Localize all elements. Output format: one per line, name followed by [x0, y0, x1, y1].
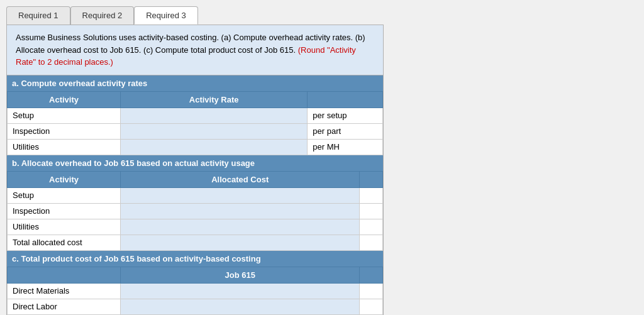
section-b-empty-3 [360, 219, 383, 235]
activity-rate-setup-input[interactable] [121, 108, 307, 123]
table-row: Utilities [8, 219, 383, 235]
section-c-empty-2 [360, 299, 383, 314]
table-row: Inspection per part [8, 123, 383, 139]
activity-rate-inspection-cell [121, 123, 308, 139]
activity-inspection-b: Inspection [8, 203, 121, 219]
section-a-col2: Activity Rate [121, 91, 308, 108]
section-a: a. Compute overhead activity rates Activ… [7, 75, 383, 155]
section-c-col3-empty [360, 267, 383, 283]
direct-materials-input[interactable] [121, 284, 359, 299]
instructions-box: Assume Business Solutions uses activity-… [7, 25, 383, 75]
section-b: b. Allocate overhead to Job 615 based on… [7, 155, 383, 251]
table-row: Direct Materials [8, 283, 383, 299]
total-allocated-label: Total allocated cost [8, 235, 121, 250]
section-c-table: Job 615 Direct Materials Direct Labor [7, 267, 383, 316]
activity-utilities-unit: per MH [308, 139, 383, 155]
section-b-table: Activity Allocated Cost Setup Inspection [7, 171, 383, 251]
section-b-col3-empty [360, 171, 383, 187]
section-a-col1: Activity [8, 91, 121, 108]
tab-required-1[interactable]: Required 1 [6, 6, 70, 25]
table-row: Setup [8, 187, 383, 203]
section-b-col1: Activity [8, 171, 121, 187]
activity-inspection-unit: per part [308, 123, 383, 139]
main-content: Assume Business Solutions uses activity-… [6, 25, 384, 315]
activity-inspection-a: Inspection [8, 123, 121, 139]
direct-materials-label: Direct Materials [8, 283, 121, 299]
activity-rate-utilities-input[interactable] [121, 140, 307, 155]
section-b-col2: Allocated Cost [121, 171, 360, 187]
allocated-cost-setup-cell [121, 187, 360, 203]
section-b-empty-1 [360, 187, 383, 203]
allocated-cost-inspection-input[interactable] [121, 204, 359, 219]
activity-utilities-a: Utilities [8, 139, 121, 155]
total-allocated-cost-input[interactable] [121, 235, 359, 250]
table-row: Direct Labor [8, 299, 383, 314]
section-c-col2: Job 615 [121, 267, 360, 283]
section-c-header: c. Total product cost of Job 615 based o… [7, 251, 383, 267]
direct-materials-cell [121, 283, 360, 299]
tab-required-3[interactable]: Required 3 [134, 6, 198, 25]
allocated-cost-utilities-cell [121, 219, 360, 235]
activity-setup-a: Setup [8, 108, 121, 123]
section-c-empty-1 [360, 283, 383, 299]
table-row: Total allocated cost [8, 235, 383, 250]
total-allocated-cost-cell [121, 235, 360, 250]
activity-rate-utilities-cell [121, 139, 308, 155]
activity-setup-b: Setup [8, 187, 121, 203]
tabs-container: Required 1 Required 2 Required 3 [6, 6, 638, 25]
table-row: Inspection [8, 203, 383, 219]
activity-utilities-b: Utilities [8, 219, 121, 235]
allocated-cost-utilities-input[interactable] [121, 219, 359, 235]
allocated-cost-setup-input[interactable] [121, 188, 359, 203]
activity-rate-setup-cell [121, 108, 308, 123]
tab-required-2[interactable]: Required 2 [70, 6, 135, 25]
section-a-table: Activity Activity Rate Setup per setup I… [7, 91, 383, 155]
section-b-header: b. Allocate overhead to Job 615 based on… [7, 155, 383, 171]
direct-labor-cell [121, 299, 360, 314]
section-c: c. Total product cost of Job 615 based o… [7, 251, 383, 316]
section-b-empty-2 [360, 203, 383, 219]
table-row: Setup per setup [8, 108, 383, 123]
activity-setup-unit: per setup [308, 108, 383, 123]
table-row: Utilities per MH [8, 139, 383, 155]
section-a-col3-empty [308, 91, 383, 108]
activity-rate-inspection-input[interactable] [121, 124, 307, 139]
section-c-col1-empty [8, 267, 121, 283]
direct-labor-label: Direct Labor [8, 299, 121, 314]
section-a-header: a. Compute overhead activity rates [7, 75, 383, 91]
direct-labor-input[interactable] [121, 299, 359, 314]
allocated-cost-inspection-cell [121, 203, 360, 219]
section-b-empty-4 [360, 235, 383, 250]
